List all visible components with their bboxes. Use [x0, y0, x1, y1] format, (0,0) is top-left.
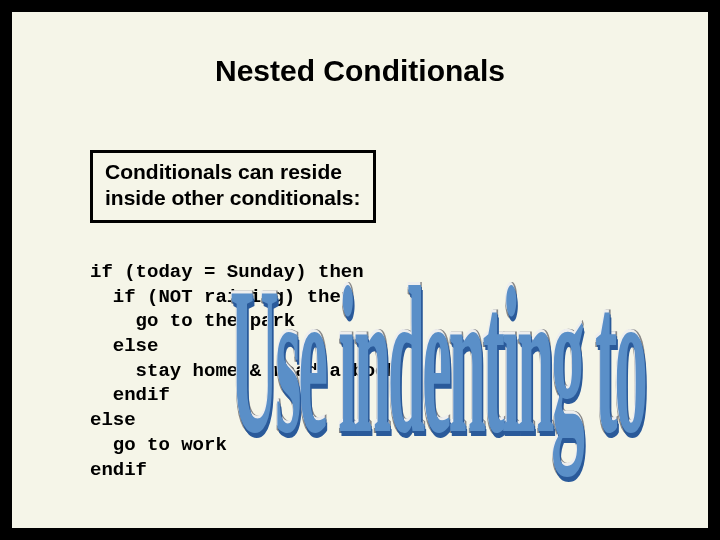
statement-line-2: inside other conditionals: [105, 185, 361, 211]
statement-line-1: Conditionals can reside [105, 159, 361, 185]
code-example: if (today = Sunday) then if (NOT raining… [90, 260, 398, 482]
statement-box: Conditionals can reside inside other con… [90, 150, 376, 223]
slide-title: Nested Conditionals [12, 54, 708, 88]
slide: Nested Conditionals Conditionals can res… [12, 12, 708, 528]
